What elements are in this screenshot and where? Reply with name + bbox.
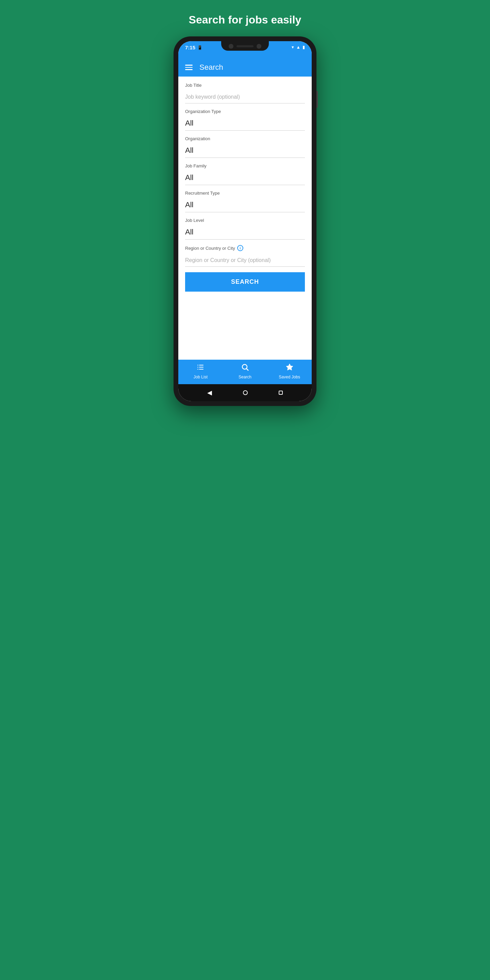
status-bar: 7:15 📱 ▾ ▲ ▮ — [178, 41, 312, 58]
svg-rect-0 — [197, 365, 198, 366]
job-level-select[interactable]: All — [185, 225, 305, 240]
status-right: ▾ ▲ ▮ — [292, 45, 305, 50]
notch — [221, 41, 269, 51]
bottom-nav: Job List Search — [178, 360, 312, 384]
camera-right — [256, 44, 261, 49]
back-button[interactable]: ◀ — [207, 389, 212, 396]
org-type-label: Organization Type — [185, 109, 305, 114]
page-wrapper: Search for jobs easily 7:15 📱 ▾ ▲ ▮ — [160, 14, 330, 406]
hamburger-line-2 — [185, 67, 192, 68]
nav-label-job-list: Job List — [194, 375, 208, 379]
search-button[interactable]: SEARCH — [185, 272, 305, 292]
battery-icon: ▮ — [302, 45, 305, 50]
job-title-label: Job Title — [185, 83, 305, 88]
org-type-select[interactable]: All — [185, 116, 305, 130]
svg-marker-8 — [286, 364, 293, 370]
job-title-input[interactable] — [185, 90, 305, 103]
camera-left — [229, 44, 234, 49]
hamburger-line-1 — [185, 65, 192, 66]
app-bar: Search — [178, 58, 312, 76]
job-family-label: Job Family — [185, 163, 305, 169]
region-info-icon[interactable]: i — [237, 245, 243, 251]
speaker — [237, 45, 253, 47]
job-family-select[interactable]: All — [185, 170, 305, 185]
job-level-field-group: Job Level All — [185, 218, 305, 240]
recent-button[interactable] — [279, 391, 283, 395]
status-time: 7:15 — [185, 45, 195, 50]
form-content: Job Title Organization Type All Organiza… — [178, 76, 312, 292]
phone-shell: 7:15 📱 ▾ ▲ ▮ Search — [173, 37, 317, 406]
svg-rect-2 — [197, 367, 198, 368]
recruitment-type-label: Recruitment Type — [185, 191, 305, 196]
side-button — [317, 91, 318, 108]
nav-item-search[interactable]: Search — [223, 363, 267, 379]
hamburger-line-3 — [185, 69, 192, 70]
list-icon — [196, 363, 205, 373]
job-family-field-group: Job Family All — [185, 163, 305, 185]
region-field-group: Region or Country or City i — [185, 245, 305, 267]
job-title-field-group: Job Title — [185, 83, 305, 103]
svg-rect-4 — [197, 369, 198, 369]
svg-rect-1 — [199, 365, 204, 366]
status-left: 7:15 📱 — [185, 45, 202, 50]
svg-point-6 — [242, 364, 247, 369]
org-type-field-group: Organization Type All — [185, 109, 305, 130]
region-input[interactable] — [185, 253, 305, 267]
svg-rect-3 — [199, 367, 204, 368]
search-icon — [241, 363, 249, 373]
empty-area — [178, 292, 312, 360]
org-select[interactable]: All — [185, 143, 305, 158]
svg-rect-5 — [199, 369, 204, 369]
org-label: Organization — [185, 136, 305, 141]
nav-item-job-list[interactable]: Job List — [178, 363, 223, 379]
sim-icon: 📱 — [197, 45, 202, 50]
svg-line-7 — [247, 369, 249, 371]
recruitment-type-select[interactable]: All — [185, 198, 305, 212]
android-nav: ◀ — [178, 384, 312, 401]
org-field-group: Organization All — [185, 136, 305, 158]
nav-label-search: Search — [239, 375, 251, 379]
job-level-label: Job Level — [185, 218, 305, 223]
home-button[interactable] — [243, 390, 248, 395]
region-label: Region or Country or City i — [185, 245, 305, 251]
hero-title: Search for jobs easily — [182, 14, 308, 26]
recruitment-type-field-group: Recruitment Type All — [185, 191, 305, 212]
app-bar-title: Search — [199, 63, 223, 72]
hamburger-menu-icon[interactable] — [185, 65, 192, 70]
nav-label-saved-jobs: Saved Jobs — [279, 375, 300, 379]
wifi-icon: ▾ — [292, 45, 294, 50]
phone-screen: 7:15 📱 ▾ ▲ ▮ Search — [178, 41, 312, 401]
nav-item-saved-jobs[interactable]: Saved Jobs — [267, 363, 312, 379]
star-icon — [285, 363, 294, 373]
signal-icon: ▲ — [296, 45, 301, 50]
